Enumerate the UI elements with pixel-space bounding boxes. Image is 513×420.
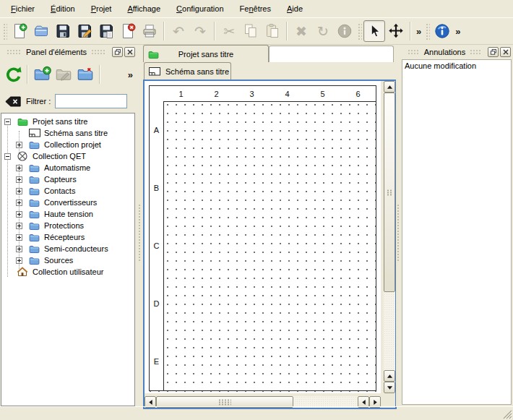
tree-item[interactable]: Récepteurs — [1, 231, 134, 243]
collapse-icon[interactable] — [4, 119, 11, 125]
project-tab-bar: Projet sans titre — [143, 45, 394, 61]
expand-icon[interactable] — [16, 257, 22, 264]
expand-icon[interactable] — [16, 200, 22, 206]
properties-button[interactable] — [334, 20, 355, 42]
main-toolbar: ↶↷✂✖↻»» — [0, 17, 513, 45]
undo-panel-titlebar[interactable]: Annulations — [401, 45, 513, 59]
grid-column-header: 5 — [305, 86, 341, 102]
reload-collections-button[interactable] — [2, 64, 24, 85]
menu-configuration[interactable]: Configuration — [168, 1, 231, 16]
menu-fenetres[interactable]: Fenêtres — [232, 1, 279, 16]
menu-aide[interactable]: Aide — [279, 1, 311, 16]
save-as-button[interactable] — [74, 20, 95, 42]
scrollbar-thumb[interactable] — [384, 93, 395, 292]
cut-icon: ✂ — [223, 25, 235, 38]
menu-projet[interactable]: Projet — [83, 1, 120, 16]
toolbar-handle[interactable] — [357, 22, 362, 40]
grid-row-header: D — [150, 275, 164, 333]
tree-spacer — [4, 269, 11, 275]
tree-item[interactable]: Haute tension — [1, 208, 134, 220]
tree-item[interactable]: Collection QET — [1, 150, 134, 162]
redo-button[interactable]: ↷ — [189, 20, 211, 42]
scroll-up-button[interactable] — [384, 81, 395, 93]
tree-item[interactable]: Capteurs — [1, 173, 134, 185]
rotate-button[interactable]: ↻ — [312, 20, 334, 42]
splitter-right[interactable] — [396, 45, 401, 406]
menu-affichage[interactable]: Affichage — [119, 1, 168, 16]
copy-button[interactable] — [240, 20, 262, 42]
splitter-left[interactable] — [137, 45, 143, 406]
undo-list-item[interactable]: Aucune modification — [402, 60, 511, 73]
tree-item[interactable]: Semi-conducteurs — [1, 243, 134, 254]
close-button[interactable] — [500, 47, 511, 57]
tree-item[interactable]: Projet sans titre — [1, 116, 134, 127]
float-button[interactable] — [488, 47, 499, 57]
close-button[interactable] — [124, 47, 135, 57]
toolbar-handle[interactable] — [425, 22, 430, 40]
tree-item[interactable]: Sources — [1, 254, 134, 266]
new-document-button[interactable] — [9, 20, 30, 42]
tree-item[interactable]: Automatisme — [1, 162, 134, 173]
clear-filter-button[interactable] — [4, 95, 22, 108]
vertical-scrollbar[interactable] — [384, 81, 395, 393]
save-all-button[interactable] — [95, 20, 117, 42]
panel-overflow-button[interactable]: » — [126, 69, 135, 80]
tree-item[interactable]: Collection projet — [1, 139, 134, 150]
expand-icon[interactable] — [16, 223, 22, 229]
tree-item[interactable]: Protections — [1, 220, 134, 231]
menu-edition[interactable]: Édition — [43, 1, 83, 16]
tree-spacer — [16, 130, 22, 137]
move-tool-button[interactable] — [385, 20, 407, 42]
tree-item[interactable]: Schéma sans titre — [1, 127, 134, 139]
scroll-up-button[interactable] — [384, 370, 395, 382]
elements-panel-titlebar[interactable]: Panel d'éléments — [0, 45, 137, 59]
float-icon — [490, 48, 497, 56]
expand-icon[interactable] — [16, 165, 22, 171]
cut-button[interactable]: ✂ — [218, 20, 240, 42]
collapse-icon[interactable] — [4, 153, 11, 160]
tree-item[interactable]: Contacts — [1, 185, 134, 197]
toolbar-separator — [163, 22, 165, 40]
delete-button[interactable]: ✖ — [290, 20, 312, 42]
project-tab[interactable]: Projet sans titre — [143, 45, 269, 62]
save-icon — [54, 22, 72, 40]
expand-icon[interactable] — [16, 176, 22, 183]
tree-item[interactable]: Collection utilisateur — [1, 266, 134, 278]
status-bar — [0, 406, 513, 420]
schema-icon — [28, 128, 41, 138]
scroll-down-button[interactable] — [384, 382, 395, 393]
expand-icon[interactable] — [16, 234, 22, 241]
expand-icon[interactable] — [16, 142, 22, 148]
close-project-icon — [119, 22, 137, 40]
close-project-button[interactable] — [117, 20, 139, 42]
dock-grip-texture — [7, 49, 22, 55]
toolbar-overflow-button[interactable]: » — [414, 26, 423, 37]
undo-panel-title: Annulations — [424, 48, 466, 56]
resize-grip-icon[interactable] — [503, 410, 512, 419]
float-button[interactable] — [112, 47, 123, 57]
expand-icon[interactable] — [16, 246, 22, 252]
print-button[interactable] — [139, 20, 160, 42]
edit-category-button[interactable] — [53, 64, 74, 85]
delete-category-button[interactable] — [74, 64, 96, 85]
toolbar-overflow-button[interactable]: » — [453, 26, 462, 37]
filter-input[interactable] — [55, 94, 127, 108]
project-icon — [147, 49, 160, 60]
expand-icon[interactable] — [16, 188, 22, 194]
new-category-button[interactable] — [31, 64, 53, 85]
expand-icon[interactable] — [16, 211, 22, 218]
tree-item-label: Contacts — [44, 187, 75, 195]
undo-button[interactable]: ↶ — [168, 20, 189, 42]
toolbar-handle[interactable] — [2, 22, 7, 40]
info-button[interactable] — [431, 20, 453, 42]
select-tool-button[interactable] — [363, 20, 385, 42]
paste-button[interactable] — [262, 20, 283, 42]
grid-column-header: 3 — [234, 86, 270, 102]
save-button[interactable] — [52, 20, 74, 42]
diagram-canvas[interactable]: 123456ABCDE — [145, 81, 381, 393]
schema-tab[interactable]: Schéma sans titre — [144, 62, 231, 80]
open-project-button[interactable] — [30, 20, 52, 42]
tree-item[interactable]: Convertisseurs — [1, 197, 134, 208]
menu-fichier[interactable]: Fichier — [3, 1, 43, 16]
folder-icon — [28, 186, 40, 197]
